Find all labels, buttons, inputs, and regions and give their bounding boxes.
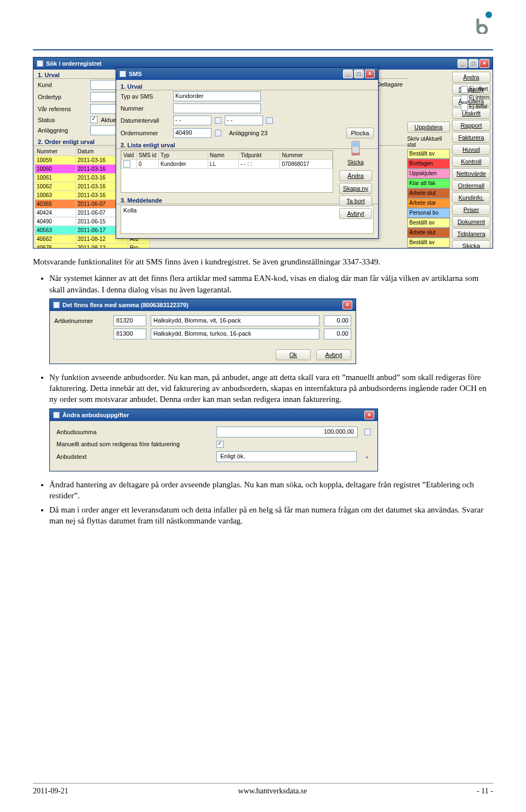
status-chip: Borttagen <box>407 159 450 169</box>
deltagare-label: Deltagare <box>376 81 403 88</box>
ordertyp-label: Ordertyp <box>38 94 87 100</box>
ej-intern-label: Ej intern <box>469 95 489 101</box>
dlg2-r1-nr[interactable]: 81320 <box>113 315 146 326</box>
dlg2-cancel-button[interactable]: Avbryt <box>316 349 351 360</box>
page-footer: 2011-09-21 www.hantverksdata.se - 11 - <box>33 783 493 796</box>
kontroll-button[interactable]: Kontroll <box>452 156 490 167</box>
bullet-2: Ny funktion avseende anbudsorder. Nu kan… <box>49 372 493 405</box>
lcol-typ[interactable]: Typ <box>159 151 208 160</box>
sms-row-check[interactable] <box>123 160 130 168</box>
dlg2-title: Det finns flera med samma (8006383122379… <box>62 302 188 308</box>
dlg2-close[interactable]: × <box>342 301 352 309</box>
sms-title: SMS <box>129 71 142 77</box>
sms-typ-label: Typ av SMS <box>121 93 170 100</box>
tidplanera-button[interactable]: Tidplanera <box>452 228 490 239</box>
svg-text:SMS: SMS <box>351 152 360 156</box>
maximize-btn[interactable]: □ <box>468 59 478 68</box>
skrivut-label: Skriv utAktuell stat <box>407 135 450 149</box>
status-chip: Arbete star <box>407 198 450 208</box>
-ndra-button[interactable]: Ändra <box>452 72 490 83</box>
aktuell-check[interactable] <box>90 116 98 123</box>
calendar-icon[interactable] <box>215 117 221 124</box>
sms-date1[interactable]: - - <box>173 116 211 125</box>
sms-typ-select[interactable]: Kundorder <box>173 91 261 101</box>
dlg3-icon <box>53 412 60 418</box>
table-row[interactable]: 406762011-08-12Pro <box>35 244 150 249</box>
ej-intern-check[interactable] <box>461 95 468 102</box>
dlg3-v1[interactable]: 100,000,00 <box>216 427 358 437</box>
sms-date2[interactable]: - - <box>225 116 263 125</box>
sms-close-btn[interactable]: × <box>365 70 375 78</box>
window-title: Sök i orderregistret <box>46 60 101 67</box>
calc-icon[interactable] <box>364 429 371 435</box>
sms-ändra-button[interactable]: Ändra <box>339 170 372 181</box>
minimize-btn[interactable]: _ <box>458 59 467 68</box>
app-icon <box>37 60 43 67</box>
kundinfo--button[interactable]: Kundinfo. <box>452 192 490 203</box>
dlg2-r1-desc[interactable]: Halkskydd, Blomma, vit, 16-pack <box>151 315 319 326</box>
bullet-1: När systemet känner av att det finns fle… <box>49 273 493 295</box>
logo <box>474 11 493 36</box>
dlg3-manual-check[interactable] <box>216 441 224 448</box>
dokument-button[interactable]: Dokument <box>452 216 490 227</box>
skicka-sms-button[interactable]: Skicka SMS <box>452 240 490 249</box>
lcol-smsid[interactable]: SMS id <box>137 151 159 160</box>
sms-message-area[interactable]: Kolla <box>121 205 374 234</box>
lcol-vald[interactable]: Vald <box>122 151 137 160</box>
uppdatera-button[interactable]: Uppdatera <box>407 122 450 133</box>
lcol-namn[interactable]: Namn <box>208 151 238 160</box>
status-chip: Beställt av <box>407 238 450 247</box>
sms-anlaggning: Anläggning 23 <box>229 130 267 136</box>
fakturera-button[interactable]: Fakturera <box>452 132 490 143</box>
status-chip: Personal bo <box>407 208 450 218</box>
kund-label: Kund <box>38 82 87 88</box>
ej-offert-check[interactable] <box>461 86 468 93</box>
dlg2-r2-desc[interactable]: Halkskydd, Blomma, turkos, 16-pack <box>151 329 319 339</box>
sms-sec1: 1. Urval <box>116 81 378 90</box>
ej-offert-label: Ej offert <box>469 86 488 92</box>
dlg3-v3[interactable]: Enligt ök. <box>216 451 357 462</box>
close-btn[interactable]: × <box>479 59 489 68</box>
scroll-up-icon[interactable]: ▴ <box>363 453 371 460</box>
ej-avtal-check[interactable] <box>461 103 468 111</box>
search-icon[interactable] <box>215 130 221 136</box>
status-chip: Beställt av <box>407 247 450 249</box>
priser-button[interactable]: Priser <box>452 204 490 215</box>
sms-list-row[interactable]: 0 Kundorder LL - - : : 070868017 <box>122 160 333 169</box>
lcol-tidpunkt[interactable]: Tidpunkt <box>239 151 280 160</box>
sms-skapa-ny-button[interactable]: Skapa ny <box>339 183 372 194</box>
sms-nummer-label: Nummer <box>121 105 170 112</box>
calendar-icon-2[interactable] <box>266 117 273 124</box>
rapport-button[interactable]: Rapport <box>452 120 490 131</box>
status-chip: Arbete slut <box>407 188 450 198</box>
dlg3-title: Ändra anbudsuppgifter <box>62 412 129 418</box>
para-1: Motsvarande funktionalitet för att SMS f… <box>33 256 493 267</box>
nettov-rde-button[interactable]: Nettovärde <box>452 168 490 179</box>
dlg2-ok-button[interactable]: Ok <box>276 349 311 360</box>
sms-datum-label: Datumintervall <box>121 117 170 124</box>
ordermall-button[interactable]: Ordermall <box>452 180 490 191</box>
dlg2-r1-qty: 0.00 <box>324 315 351 326</box>
huvud-button[interactable]: Huvud <box>452 144 490 155</box>
status-chip: Arbete slut <box>407 228 450 238</box>
sms-ta-bort-button[interactable]: Ta bort <box>339 195 372 206</box>
sms-nummer-input[interactable] <box>173 103 261 113</box>
status-label: Status <box>38 117 87 123</box>
sms-ordernr-input[interactable]: 40490 <box>173 128 211 138</box>
anbud-dialog: Ändra anbudsuppgifter× Anbudssumma100,00… <box>49 408 378 471</box>
bullet-3: Ändrad hantering av deltagare på order a… <box>49 479 493 502</box>
dlg2-r2-qty: 0.00 <box>324 329 351 339</box>
col-nummer[interactable]: Nummer <box>35 147 76 156</box>
sms-maximize-btn[interactable]: □ <box>354 70 364 78</box>
status-chip: Klar att fak <box>407 178 450 188</box>
dlg3-close[interactable]: × <box>364 411 374 419</box>
sms-ordernr-label: Ordernummer <box>121 130 170 136</box>
skicka-link[interactable]: Skicka <box>347 159 363 165</box>
plocka-button[interactable]: Plocka <box>346 128 374 139</box>
status-chip: Uppskjuten <box>407 169 450 178</box>
sms-phone-icon: SMS <box>344 140 367 158</box>
sms-minimize-btn[interactable]: _ <box>343 70 353 78</box>
lcol-nummer[interactable]: Nummer <box>280 151 333 160</box>
sms-avbryt-button[interactable]: Avbryt <box>339 208 372 219</box>
dlg2-r2-nr[interactable]: 81300 <box>113 329 146 339</box>
